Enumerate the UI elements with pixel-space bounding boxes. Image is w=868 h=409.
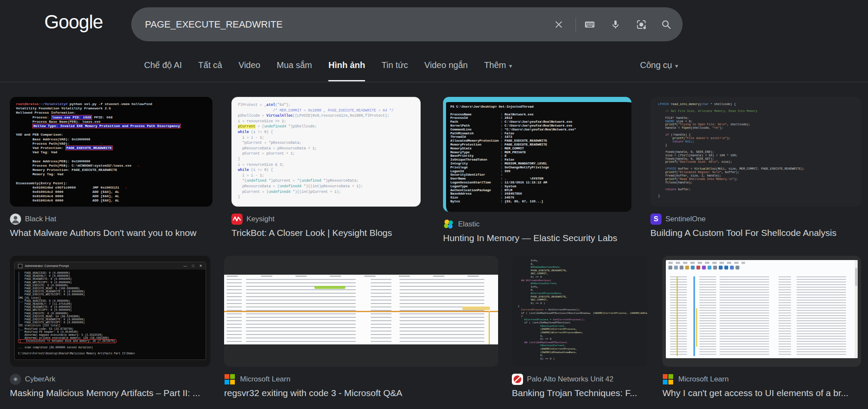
- search-icon[interactable]: [660, 19, 672, 31]
- unit42-favicon: [512, 374, 523, 385]
- log-table: [224, 275, 498, 344]
- cyberark-favicon: ✳: [10, 374, 21, 385]
- keysight-favicon: [231, 214, 243, 225]
- chevron-down-icon: [509, 62, 512, 69]
- elastic-favicon: [443, 219, 454, 230]
- thumbnail-procmon-log-table[interactable]: [224, 256, 498, 367]
- cmd-window: Administrator: Command Prompt | PAGE_NOA…: [14, 262, 206, 360]
- window-controls: [183, 264, 202, 268]
- result-source-row[interactable]: Palo Alto Networks Unit 42: [512, 374, 647, 385]
- source-name: Black Hat: [25, 215, 56, 223]
- tab-short-videos[interactable]: Video ngắn: [425, 60, 468, 81]
- blue-column-stripe: [693, 276, 695, 356]
- image-result-2: flProtect = _atol("64"); /* MEM_COMMIT =…: [231, 97, 421, 238]
- image-result-1: root@kratos:~/Volatility# python vol.py …: [10, 97, 212, 238]
- thumbnail-ghidra-code[interactable]: flProtect = _atol("64"); /* MEM_COMMIT =…: [231, 97, 421, 207]
- search-result-tabs: Chế độ AI Tất cả Video Mua sắm Hình ảnh …: [144, 60, 512, 81]
- thumbnail-injector-code[interactable]: Info, 0, &ShadowSectionSize, PAGE_EXECUT…: [512, 256, 647, 367]
- result-source-row[interactable]: S SentinelOne: [650, 214, 861, 225]
- result-source-row[interactable]: Elastic: [443, 219, 631, 230]
- search-bar[interactable]: PAGE_EXECUTE_READWRITE: [131, 7, 683, 41]
- tab-shopping[interactable]: Mua sắm: [277, 60, 312, 81]
- log-rows: [668, 276, 852, 356]
- toolbar-icons: [668, 265, 855, 270]
- result-title[interactable]: Hunting In Memory — Elastic Security Lab…: [443, 233, 631, 243]
- menu-bar: [668, 262, 745, 264]
- tabbar-divider: [0, 82, 868, 82]
- tab-more[interactable]: Thêm: [484, 60, 512, 81]
- search-divider: [576, 18, 576, 31]
- source-name: Elastic: [458, 220, 480, 229]
- cmd-window-title: Administrator: Command Prompt: [25, 264, 181, 267]
- minimize-icon: [183, 264, 187, 268]
- image-result-5: Administrator: Command Prompt | PAGE_NOA…: [10, 256, 210, 398]
- yellow-vertical-line: [489, 311, 490, 344]
- image-result-3: PS C:\Users\Joe\Desktop> Get-InjectedThr…: [443, 97, 631, 243]
- result-source-row[interactable]: Black Hat: [10, 214, 212, 225]
- source-name: CyberArk: [25, 375, 55, 384]
- tab-videos[interactable]: Video: [238, 60, 260, 81]
- source-name: SentinelOne: [665, 215, 706, 223]
- camera-lens-icon[interactable]: [635, 19, 647, 31]
- result-source-row[interactable]: Keysight: [231, 214, 421, 225]
- result-source-row[interactable]: ✳ CyberArk: [10, 374, 210, 385]
- tab-news[interactable]: Tin tức: [382, 60, 408, 81]
- cmd-app-icon: [18, 264, 22, 268]
- cmd-titlebar: Administrator: Command Prompt: [15, 262, 206, 270]
- yellow-annotation: [462, 307, 490, 310]
- source-name: Palo Alto Networks Unit 42: [527, 375, 613, 384]
- image-result-6: Microsoft Learn regsvr32 exiting with co…: [224, 256, 498, 398]
- scrollbar[interactable]: [855, 260, 858, 358]
- green-highlight: [314, 286, 345, 289]
- google-logo[interactable]: Google: [44, 11, 103, 33]
- source-name: Microsoft Learn: [678, 375, 729, 384]
- orange-divider-line: [224, 311, 498, 312]
- image-result-4: LPVOID read_into_memory(char * shellcode…: [650, 97, 861, 238]
- source-name: Keysight: [246, 215, 274, 223]
- procmon-window: [666, 260, 858, 358]
- microsoft-favicon: [225, 374, 236, 384]
- yellow-highlight-stripe: [696, 308, 697, 347]
- result-source-row[interactable]: Microsoft Learn: [224, 374, 498, 385]
- blackhat-favicon: [10, 214, 21, 225]
- tab-ai-mode[interactable]: Chế độ AI: [144, 60, 182, 81]
- microphone-icon[interactable]: [609, 19, 622, 31]
- search-input[interactable]: PAGE_EXECUTE_READWRITE: [145, 7, 283, 41]
- result-title[interactable]: regsvr32 exiting with code 3 - Microsoft…: [224, 388, 498, 398]
- result-title[interactable]: TrickBot: A Closer Look | Keysight Blogs: [231, 228, 421, 238]
- result-title[interactable]: Building A Custom Tool For Shellcode Ana…: [650, 228, 861, 238]
- result-title[interactable]: Banking Trojan Techniques: F...: [512, 388, 647, 398]
- tab-all[interactable]: Tất cả: [198, 60, 222, 81]
- result-title[interactable]: Masking Malicious Memory Artifacts – Par…: [10, 388, 210, 398]
- thumbnail-cmd-prompt-stats[interactable]: Administrator: Command Prompt | PAGE_NOA…: [10, 256, 210, 367]
- yellow-column-stripe: [677, 276, 678, 356]
- thumbnail-volatility-terminal[interactable]: root@kratos:~/Volatility# python vol.py …: [10, 97, 212, 207]
- close-icon[interactable]: [553, 19, 565, 31]
- image-result-8: Microsoft Learn Why I can't get access t…: [662, 256, 861, 398]
- tools-button[interactable]: Công cụ: [640, 60, 678, 70]
- maximize-icon: [192, 264, 194, 268]
- tab-images[interactable]: Hình ảnh: [328, 60, 365, 81]
- thumbnail-shellcode-c-code[interactable]: LPVOID read_into_memory(char * shellcode…: [650, 97, 861, 207]
- keyboard-icon[interactable]: [584, 19, 596, 31]
- result-source-row[interactable]: Microsoft Learn: [662, 374, 861, 385]
- chevron-down-icon: [675, 62, 678, 69]
- thumbnail-procmon-window[interactable]: [662, 256, 861, 367]
- source-name: Microsoft Learn: [240, 375, 290, 384]
- thumbnail-powershell-terminal[interactable]: PS C:\Users\Joe\Desktop> Get-InjectedThr…: [443, 97, 631, 212]
- result-title[interactable]: What Malware Authors Don't want you to k…: [10, 228, 212, 238]
- image-result-7: Info, 0, &ShadowSectionSize, PAGE_EXECUT…: [512, 256, 647, 398]
- sentinelone-favicon: S: [650, 214, 662, 225]
- close-window-icon: [199, 264, 202, 268]
- result-title[interactable]: Why I can't get access to UI elements of…: [662, 388, 861, 398]
- microsoft-favicon: [663, 374, 674, 384]
